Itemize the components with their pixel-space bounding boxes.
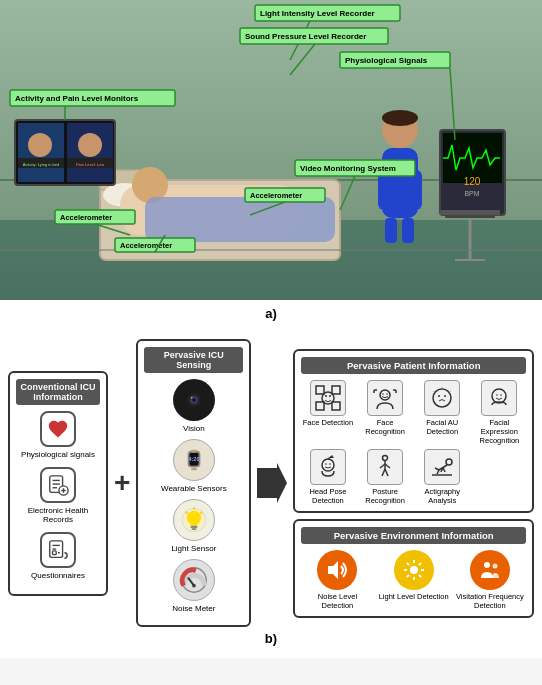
svg-line-55 <box>155 235 165 252</box>
svg-line-121 <box>385 469 388 476</box>
svg-point-140 <box>492 563 497 568</box>
facial-au-item: Facial AU Detection <box>416 380 469 445</box>
svg-point-109 <box>497 394 499 396</box>
heart-icon <box>40 411 76 447</box>
wearable-item: 4:20 Wearable Sensors <box>144 439 243 493</box>
info-panel: Pervasive Patient Information <box>293 349 534 618</box>
vision-item: Vision <box>144 379 243 433</box>
watch-icon: 4:20 <box>173 439 215 481</box>
physiological-label: Physiological signals <box>21 450 95 459</box>
ehr-label: Electronic Health Records <box>16 506 100 524</box>
face-detection-item: Face Detection <box>301 380 354 445</box>
svg-point-108 <box>492 389 506 403</box>
svg-rect-88 <box>316 386 324 394</box>
svg-line-127 <box>437 470 439 474</box>
head-pose-item: Head Pose Detection <box>301 449 354 505</box>
main-arrow <box>257 458 287 508</box>
svg-rect-91 <box>332 402 340 410</box>
svg-point-122 <box>446 459 452 465</box>
facial-au-icon <box>424 380 460 416</box>
visitation-label: Visitation Frequency Detection <box>454 592 526 610</box>
svg-marker-129 <box>328 561 338 579</box>
visitation-item: Visitation Frequency Detection <box>454 550 526 610</box>
svg-text:Accelerometer: Accelerometer <box>120 241 172 250</box>
actigraphy-label: Actigraphy Analysis <box>416 487 469 505</box>
plus-sign: + <box>114 467 130 499</box>
posture-item: Posture Recognition <box>359 449 412 505</box>
questionnaires-label: Questionnaires <box>31 571 85 580</box>
wearable-label: Wearable Sensors <box>161 484 227 493</box>
face-recognition-item: Face Recognition <box>359 380 412 445</box>
hospital-scene: Activity: Lying in bed Pain Level: Low 1… <box>0 0 542 300</box>
facial-exp-label: Facial Expression Recognition <box>473 418 526 445</box>
questionnaires-item: Questionnaires <box>16 532 100 580</box>
svg-point-111 <box>322 459 334 471</box>
face-detection-icon <box>310 380 346 416</box>
face-recognition-label: Face Recognition <box>359 418 412 436</box>
actigraphy-icon <box>424 449 460 485</box>
svg-point-130 <box>410 566 418 574</box>
svg-rect-76 <box>191 468 197 471</box>
sensing-title: Pervasive ICU Sensing <box>144 347 243 373</box>
svg-point-113 <box>329 463 331 465</box>
head-pose-icon <box>310 449 346 485</box>
svg-point-103 <box>438 395 440 397</box>
noise-meter-item: Noise Meter <box>144 559 243 613</box>
svg-point-72 <box>191 397 193 399</box>
svg-text:4:20: 4:20 <box>188 456 199 462</box>
svg-rect-66 <box>53 550 57 554</box>
svg-rect-75 <box>191 450 197 453</box>
env-info-grid: Noise Level Detection <box>301 550 526 610</box>
questionnaire-icon <box>40 532 76 568</box>
noise-meter-label: Noise Meter <box>172 604 215 613</box>
svg-line-120 <box>382 469 385 476</box>
ehr-item: Electronic Health Records <box>16 467 100 524</box>
facial-au-label: Facial AU Detection <box>416 418 469 436</box>
svg-point-139 <box>484 562 490 568</box>
svg-point-94 <box>329 395 331 397</box>
svg-point-112 <box>325 463 327 465</box>
svg-point-110 <box>501 394 503 396</box>
posture-icon <box>367 449 403 485</box>
face-recognition-icon <box>367 380 403 416</box>
light-level-icon <box>394 550 434 590</box>
svg-point-97 <box>386 393 388 395</box>
env-info-section: Pervasive Environment Information Noise … <box>293 519 534 618</box>
face-detection-label: Face Detection <box>303 418 353 427</box>
svg-line-125 <box>443 467 445 472</box>
actigraphy-item: Actigraphy Analysis <box>416 449 469 505</box>
sensing-box: Pervasive ICU Sensing Vision <box>136 339 251 627</box>
diagram-row: Conventional ICU Information Physiologic… <box>8 339 534 627</box>
noise-level-label: Noise Level Detection <box>301 592 373 610</box>
svg-rect-80 <box>192 528 197 530</box>
svg-point-93 <box>325 395 327 397</box>
meter-icon <box>173 559 215 601</box>
ehr-icon <box>40 467 76 503</box>
svg-line-136 <box>419 574 421 576</box>
light-level-label: Light Level Detection <box>379 592 449 601</box>
facial-exp-item: Facial Expression Recognition <box>473 380 526 445</box>
svg-point-71 <box>192 398 196 402</box>
svg-rect-12 <box>402 218 414 243</box>
env-info-title: Pervasive Environment Information <box>301 527 526 544</box>
svg-point-102 <box>433 389 451 407</box>
camera-icon <box>173 379 215 421</box>
svg-point-104 <box>444 395 446 397</box>
svg-marker-87 <box>257 463 287 503</box>
vision-label: Vision <box>183 424 205 433</box>
visitation-icon <box>470 550 510 590</box>
facial-exp-icon <box>481 380 517 416</box>
svg-rect-90 <box>316 402 324 410</box>
svg-rect-79 <box>190 526 197 528</box>
svg-rect-53 <box>115 238 195 252</box>
light-sensor-item: Light Sensor <box>144 499 243 553</box>
svg-line-138 <box>407 574 409 576</box>
svg-point-116 <box>383 455 388 460</box>
svg-point-96 <box>382 393 384 395</box>
patient-info-section: Pervasive Patient Information <box>293 349 534 513</box>
section-b: Conventional ICU Information Physiologic… <box>0 327 542 658</box>
noise-level-item: Noise Level Detection <box>301 550 373 610</box>
svg-line-135 <box>407 562 409 564</box>
svg-line-49 <box>95 224 130 235</box>
svg-rect-11 <box>385 218 397 243</box>
